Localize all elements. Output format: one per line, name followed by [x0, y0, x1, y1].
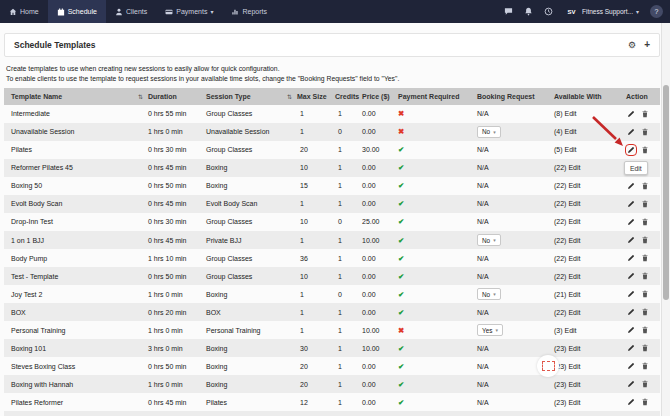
scrollbar-track[interactable]: [661, 23, 670, 416]
add-template-icon[interactable]: +: [644, 40, 650, 50]
nav-item-reports[interactable]: Reports: [222, 0, 276, 23]
edit-icon[interactable]: [627, 362, 635, 370]
booking-request-select[interactable]: No▾: [477, 126, 501, 138]
payment-required-cell: ✖: [394, 109, 473, 118]
trash-icon: [641, 146, 649, 154]
delete-icon[interactable]: [641, 110, 649, 118]
pencil-icon: [627, 182, 635, 190]
available-with-edit-link[interactable]: (4) Edit: [554, 128, 577, 135]
delete-icon[interactable]: [641, 326, 649, 334]
sort-icon[interactable]: ⇅: [138, 93, 143, 100]
price-cell: 0.00: [358, 363, 394, 370]
nav-item-home[interactable]: Home: [0, 0, 48, 23]
table-row: BOX0 hrs 20 minBOX110.00✔N/A(22) Edit: [4, 303, 660, 321]
credits-cell: 1: [331, 146, 358, 153]
delete-icon[interactable]: [641, 218, 649, 226]
chevron-down-icon: ▾: [493, 291, 496, 297]
available-with-edit-link[interactable]: (22) Edit: [554, 218, 580, 225]
trash-icon: [641, 128, 649, 136]
edit-icon[interactable]: [627, 326, 635, 334]
available-with-edit-link[interactable]: (23) Edit: [554, 381, 580, 388]
sort-icon[interactable]: ⇅: [287, 93, 292, 100]
delete-icon[interactable]: [641, 128, 649, 136]
max-size-cell: 1: [293, 237, 331, 244]
edit-icon[interactable]: [627, 128, 635, 136]
check-icon: ✔: [398, 272, 404, 281]
delete-icon[interactable]: [641, 362, 649, 370]
nav-item-schedule[interactable]: Schedule: [48, 0, 106, 23]
delete-icon[interactable]: [641, 308, 649, 316]
booking-request-cell: No▾: [473, 126, 550, 138]
table-row: Pilates Reformer0 hrs 45 minPilates1210.…: [4, 393, 660, 411]
available-with-edit-link[interactable]: (22) Edit: [554, 200, 580, 207]
delete-icon[interactable]: [641, 236, 649, 244]
delete-icon[interactable]: [641, 254, 649, 262]
gear-icon[interactable]: ⚙: [628, 41, 636, 50]
edit-icon[interactable]: [627, 308, 635, 316]
available-with-edit-link[interactable]: (5) Edit: [554, 146, 577, 153]
booking-request-select[interactable]: No▾: [477, 288, 501, 300]
delete-icon[interactable]: [641, 290, 649, 298]
edit-tooltip: Edit: [624, 161, 648, 175]
table-row: 1 on 1 BJJ0 hrs 45 minPrivate BJJ1110.00…: [4, 231, 660, 249]
chat-icon[interactable]: [504, 7, 513, 16]
pencil-icon: [627, 326, 635, 334]
delete-icon[interactable]: [641, 344, 649, 352]
edit-icon[interactable]: [627, 344, 635, 352]
delete-icon[interactable]: [641, 398, 649, 406]
action-cell: [622, 272, 660, 280]
booking-request-cell: N/A: [473, 381, 550, 388]
available-with-cell: (22) Edit: [550, 237, 622, 244]
edit-icon[interactable]: [627, 398, 635, 406]
available-with-edit-link[interactable]: (22) Edit: [554, 255, 580, 262]
booking-request-cell: N/A: [473, 182, 550, 189]
edit-icon[interactable]: [627, 290, 635, 298]
edit-icon[interactable]: [627, 110, 635, 118]
edit-icon[interactable]: [627, 254, 635, 262]
nav-item-clients[interactable]: Clients: [106, 0, 156, 23]
action-cell: [622, 344, 660, 352]
action-cell: [622, 326, 660, 334]
table-row: Steves Boxing Class0 hrs 50 minBoxing201…: [4, 357, 660, 375]
edit-icon[interactable]: [627, 182, 635, 190]
table-row: Joy Test 21 hrs 0 minBoxing100.00✔No▾(21…: [4, 285, 660, 303]
scrollbar-thumb[interactable]: [663, 85, 669, 300]
booking-request-select[interactable]: No▾: [477, 234, 501, 246]
available-with-edit-link[interactable]: (22) Edit: [554, 237, 580, 244]
nav-item-payments[interactable]: Payments ▾: [156, 0, 222, 23]
cross-icon: ✖: [398, 127, 404, 136]
edit-icon[interactable]: [627, 272, 635, 280]
edit-icon[interactable]: [627, 146, 635, 154]
user-menu[interactable]: SV Fitness Support... ▾: [564, 4, 639, 19]
check-icon: ✔: [398, 236, 404, 245]
available-with-edit-link[interactable]: (22) Edit: [554, 309, 580, 316]
available-with-edit-link[interactable]: (23) Edit: [554, 345, 580, 352]
duration-cell: 0 hrs 30 min: [144, 218, 202, 225]
available-with-edit-link[interactable]: (3) Edit: [554, 327, 577, 334]
available-with-cell: (4) Edit: [550, 128, 622, 135]
delete-icon[interactable]: [641, 200, 649, 208]
available-with-edit-link[interactable]: (23) Edit: [554, 399, 580, 406]
nav-label: Schedule: [68, 8, 97, 15]
available-with-edit-link[interactable]: (22) Edit: [554, 182, 580, 189]
help-icon[interactable]: ?: [650, 5, 663, 18]
booking-request-select[interactable]: Yes▾: [477, 324, 503, 336]
available-with-edit-link[interactable]: (21) Edit: [554, 291, 580, 298]
edit-icon[interactable]: [627, 200, 635, 208]
edit-icon[interactable]: [627, 218, 635, 226]
clock-icon[interactable]: [544, 7, 553, 16]
template-name-cell: Boxing with Hannah: [4, 381, 144, 388]
edit-icon[interactable]: [627, 236, 635, 244]
available-with-edit-link[interactable]: (8) Edit: [554, 110, 577, 117]
delete-icon[interactable]: [641, 272, 649, 280]
credits-cell: 1: [331, 200, 358, 207]
available-with-edit-link[interactable]: (22) Edit: [554, 164, 580, 171]
action-cell: [622, 398, 660, 406]
pencil-icon: [627, 362, 635, 370]
delete-icon[interactable]: [641, 182, 649, 190]
available-with-edit-link[interactable]: (22) Edit: [554, 273, 580, 280]
delete-icon[interactable]: [641, 146, 649, 154]
bell-icon[interactable]: [524, 7, 533, 16]
delete-icon[interactable]: [641, 380, 649, 388]
edit-icon[interactable]: [627, 380, 635, 388]
